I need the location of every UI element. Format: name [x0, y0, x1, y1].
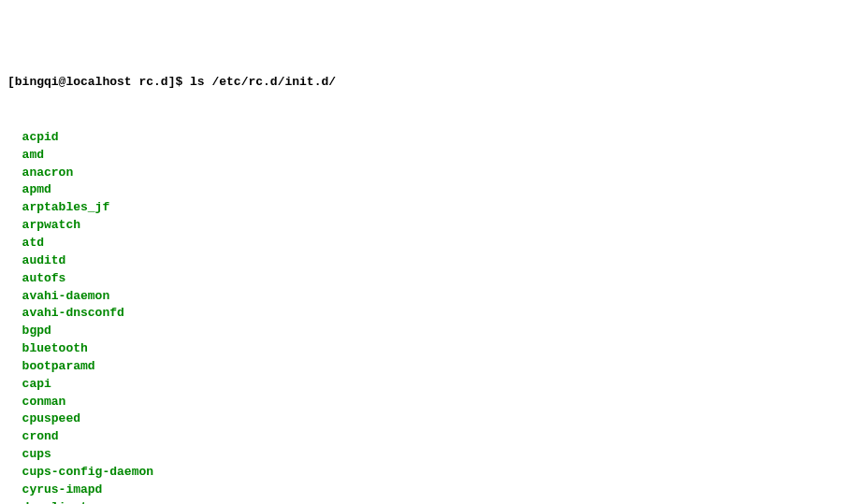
service-entry: atd [22, 235, 186, 252]
service-entry: bgpd [22, 323, 186, 340]
service-entry: conman [22, 394, 186, 411]
service-entry: acpid [22, 129, 186, 147]
service-entry: arptables_jf [22, 199, 186, 217]
service-entry: dc_client [22, 499, 186, 504]
service-entry: amd [22, 147, 186, 165]
ls-output: acpidamdanacronapmdarptables_jfarpwatcha… [7, 111, 848, 504]
service-entry: avahi-daemon [22, 288, 186, 306]
service-entry: apmd [22, 181, 186, 199]
service-entry: crond [22, 428, 186, 446]
service-entry: avahi-dnsconfd [22, 305, 186, 323]
service-entry: bootparamd [22, 358, 186, 376]
service-entry: capi [22, 376, 186, 394]
service-entry: auditd [22, 252, 186, 270]
ls-column-1: acpidamdanacronapmdarptables_jfarpwatcha… [22, 129, 186, 504]
service-entry: bluetooth [22, 340, 186, 358]
terminal-prompt-line: [bingqi@localhost rc.d]$ ls /etc/rc.d/in… [7, 74, 848, 92]
service-entry: autofs [22, 270, 186, 288]
service-entry: anacron [22, 165, 186, 182]
service-entry: cups-config-daemon [22, 464, 186, 482]
service-entry: cpuspeed [22, 410, 186, 428]
service-entry: cups [22, 446, 186, 464]
service-entry: arpwatch [22, 217, 186, 235]
prompt-userhost: [bingqi@localhost rc.d]$ [7, 75, 190, 89]
service-entry: cyrus-imapd [22, 482, 186, 499]
prompt-command: ls /etc/rc.d/init.d/ [190, 75, 336, 89]
